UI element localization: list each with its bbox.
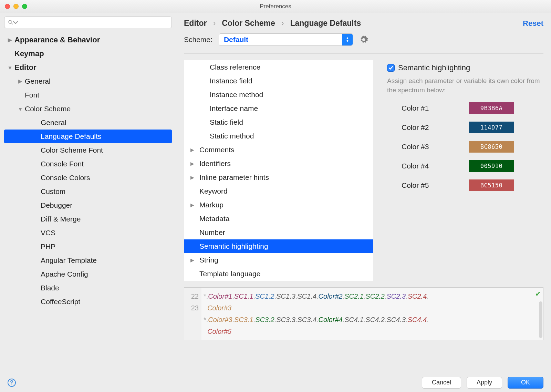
attribute-label: Markup — [199, 201, 223, 209]
scrollbar[interactable] — [539, 301, 542, 338]
attribute-label: String — [199, 256, 218, 264]
sidebar-item-apache-config[interactable]: ▶Apache Config — [4, 267, 172, 281]
scheme-value: Default — [219, 35, 342, 44]
attribute-markup[interactable]: ▶Markup — [184, 198, 373, 212]
color-swatch[interactable]: 9B3B6A — [469, 102, 514, 114]
color-swatch[interactable]: 005910 — [469, 160, 514, 172]
gutter: 22 23 — [184, 288, 201, 340]
gear-icon[interactable] — [359, 35, 368, 44]
help-button[interactable]: ? — [8, 379, 16, 387]
attribute-template-language[interactable]: ▶Template language — [184, 267, 373, 281]
search-input[interactable] — [4, 17, 172, 28]
sidebar-item-console-font[interactable]: ▶Console Font — [4, 157, 172, 171]
attribute-keyword[interactable]: ▶Keyword — [184, 184, 373, 198]
sidebar-item-custom[interactable]: ▶Custom — [4, 185, 172, 198]
sidebar-item-blade[interactable]: ▶Blade — [4, 281, 172, 295]
sidebar-item-label: Apache Config — [41, 270, 88, 278]
sidebar-item-language-defaults[interactable]: ▶Language Defaults — [4, 130, 172, 143]
sidebar-item-label: Angular Template — [41, 256, 97, 265]
sidebar-item-php[interactable]: ▶PHP — [4, 240, 172, 254]
chevron-down-icon — [13, 20, 18, 25]
sidebar-item-label: Color Scheme — [25, 105, 71, 113]
sidebar-item-debugger[interactable]: ▶Debugger — [4, 198, 172, 212]
sidebar-item-label: Console Font — [41, 160, 84, 168]
cancel-button[interactable]: Cancel — [422, 377, 461, 389]
sidebar-item-coffeescript[interactable]: ▶CoffeeScript — [4, 295, 172, 309]
attribute-semantic-highlighting[interactable]: ▶Semantic highlighting — [184, 239, 373, 253]
attribute-static-method[interactable]: ▶Static method — [184, 129, 373, 143]
select-stepper-icon: ▲▼ — [342, 34, 353, 45]
ok-button[interactable]: OK — [508, 377, 543, 389]
sidebar-item-editor[interactable]: ▼Editor — [4, 61, 172, 74]
attribute-label: Keyword — [199, 187, 228, 195]
sidebar-item-label: Blade — [41, 284, 59, 292]
sidebar-item-font[interactable]: ▶Font — [4, 88, 172, 102]
color-entry-3: Color #3BC8650 — [387, 141, 543, 153]
crumb-3[interactable]: Language Defaults — [290, 19, 361, 28]
reset-link[interactable]: Reset — [523, 19, 543, 28]
sidebar-item-color-scheme[interactable]: ▼Color Scheme — [4, 102, 172, 116]
color-swatch[interactable]: BC8650 — [469, 141, 514, 153]
sidebar-item-general[interactable]: ▶General — [4, 116, 172, 130]
color-entry-2: Color #2114D77 — [387, 122, 543, 133]
sidebar-item-label: Diff & Merge — [41, 215, 81, 223]
chevron-right-icon: ▶ — [6, 37, 14, 43]
semantic-highlighting-checkbox[interactable] — [387, 64, 395, 72]
attribute-tree[interactable]: ▶Class reference▶Instance field▶Instance… — [184, 60, 373, 281]
sidebar-item-label: Color Scheme Font — [41, 146, 103, 154]
attribute-label: Comments — [199, 146, 235, 154]
sidebar-item-appearance-behavior[interactable]: ▶Appearance & Behavior — [4, 33, 172, 47]
color-swatch[interactable]: 114D77 — [469, 122, 514, 133]
color-swatch[interactable]: BC5150 — [469, 179, 514, 191]
attribute-number[interactable]: ▶Number — [184, 226, 373, 239]
chevron-right-icon: ▶ — [16, 78, 25, 84]
chevron-right-icon: ▶ — [190, 257, 199, 263]
attribute-interface-name[interactable]: ▶Interface name — [184, 102, 373, 115]
sidebar-item-label: General — [41, 118, 66, 127]
chevron-right-icon: ▶ — [190, 175, 199, 180]
sidebar-item-color-scheme-font[interactable]: ▶Color Scheme Font — [4, 143, 172, 157]
attribute-label: Interface name — [210, 104, 258, 113]
chevron-right-icon: › — [213, 19, 216, 28]
attribute-identifiers[interactable]: ▶Identifiers — [184, 157, 373, 171]
attribute-label: Identifiers — [199, 159, 231, 168]
titlebar: Preferences — [0, 0, 551, 13]
attribute-instance-method[interactable]: ▶Instance method — [184, 88, 373, 102]
sidebar-item-label: Console Colors — [41, 174, 90, 182]
window-title: Preferences — [0, 3, 551, 10]
crumb-2[interactable]: Color Scheme — [222, 19, 275, 28]
attribute-label: Class reference — [210, 63, 260, 71]
line-number: 23 — [184, 302, 199, 314]
attribute-instance-field[interactable]: ▶Instance field — [184, 74, 373, 88]
attribute-comments[interactable]: ▶Comments — [184, 143, 373, 157]
breadcrumb: Editor › Color Scheme › Language Default… — [184, 19, 543, 28]
check-icon: ✔ — [535, 290, 541, 298]
sidebar-item-console-colors[interactable]: ▶Console Colors — [4, 171, 172, 185]
attribute-static-field[interactable]: ▶Static field — [184, 115, 373, 129]
chevron-right-icon: › — [281, 19, 284, 28]
code-preview: 22 23 *.Color#1.SC1.1.SC1.2.SC1.3.SC1.4.… — [184, 287, 543, 340]
sidebar-item-diff-merge[interactable]: ▶Diff & Merge — [4, 212, 172, 226]
scheme-label: Scheme: — [184, 35, 212, 44]
color-label: Color #3 — [402, 143, 460, 151]
scheme-select[interactable]: Default ▲▼ — [219, 33, 353, 46]
divider — [184, 53, 543, 54]
apply-button[interactable]: Apply — [467, 377, 502, 389]
sidebar-item-label: Debugger — [41, 201, 72, 209]
attribute-label: Instance method — [210, 91, 263, 99]
sidebar-item-general[interactable]: ▶General — [4, 74, 172, 88]
attribute-label: Number — [199, 228, 225, 237]
sidebar-item-angular-template[interactable]: ▶Angular Template — [4, 254, 172, 267]
attribute-metadata[interactable]: ▶Metadata — [184, 212, 373, 226]
attribute-class-reference[interactable]: ▶Class reference — [184, 60, 373, 74]
sidebar-item-vcs[interactable]: ▶VCS — [4, 226, 172, 240]
attribute-inline-parameter-hints[interactable]: ▶Inline parameter hints — [184, 171, 373, 184]
crumb-1[interactable]: Editor — [184, 19, 207, 28]
attribute-string[interactable]: ▶String — [184, 253, 373, 267]
sidebar-item-label: Custom — [41, 187, 65, 196]
sidebar-item-keymap[interactable]: ▶Keymap — [4, 47, 172, 61]
color-label: Color #2 — [402, 123, 460, 132]
chevron-right-icon: ▶ — [190, 202, 199, 208]
sidebar-item-label: Keymap — [14, 49, 44, 58]
options-pane: Semantic highlighting Assign each parame… — [387, 60, 543, 281]
